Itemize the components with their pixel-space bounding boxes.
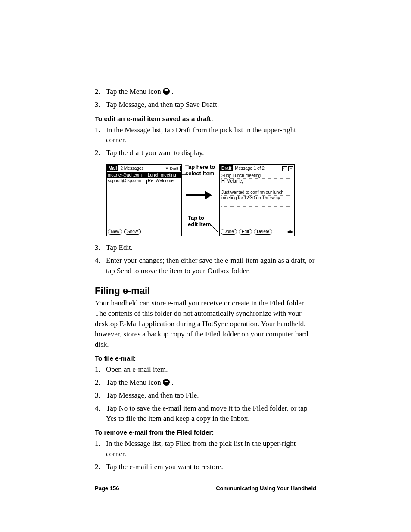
step-text: Tap the e-mail item you want to restore.: [106, 462, 316, 472]
step-number: 2.: [95, 148, 106, 158]
callout-line-icon: [209, 220, 218, 233]
section-paragraph: Your handheld can store e-mail you recei…: [95, 298, 316, 349]
menu-icon: ☰: [163, 379, 170, 386]
body-line: meeting for 12:30 on Thursday.: [221, 196, 292, 201]
draft-button-row: Done Edit Delete ◀▶: [220, 228, 294, 236]
step-item: 3. Tap Edit.: [95, 243, 316, 253]
mail-from: mcarter@aol.com: [107, 172, 147, 178]
step-text: Tap Message, and then tap File.: [106, 390, 316, 401]
mail-rows: mcarter@aol.com Lunch meeting support@is…: [107, 172, 181, 184]
edit-button[interactable]: Edit: [239, 229, 252, 235]
step-number: 1.: [95, 364, 106, 375]
step-item: 1. Open an e-mail item.: [95, 364, 316, 375]
section-heading-filing: Filing e-mail: [95, 285, 316, 296]
step-item: 2. Tap the draft you want to display.: [95, 148, 316, 158]
step-number: 3.: [95, 100, 106, 110]
message-position-text: Message 1 of 2: [233, 166, 282, 171]
step-text: Tap No to save the e-mail item and move …: [106, 403, 316, 424]
body-line: [221, 212, 292, 218]
step-item: 1. In the Message list, tap Draft from t…: [95, 125, 316, 146]
figure-row: Mail 2 Messages ▼ Draft mcarter@aol.com …: [106, 164, 316, 236]
mail-count-text: 2 Messages: [118, 166, 163, 171]
text-span: Tap the Menu icon: [106, 378, 163, 386]
mail-subject: Re: Welcome: [147, 178, 181, 184]
callout-select-item: Tap here to select item: [185, 164, 215, 177]
show-button[interactable]: Show: [124, 229, 141, 235]
step-text: Enter your changes; then either save the…: [106, 255, 316, 276]
message-body: Subj: Lunch meeting Hi Melanie, Just wan…: [220, 172, 294, 228]
delete-button[interactable]: Delete: [254, 229, 272, 235]
step-text: Tap Edit.: [106, 243, 316, 253]
title-icons: ▭≡: [282, 165, 294, 171]
text-span: .: [171, 87, 173, 96]
step-number: 3.: [95, 243, 106, 253]
callout-line-icon: [181, 173, 187, 176]
step-text: Tap the Menu icon ☰ .: [106, 377, 316, 388]
spacer: [107, 184, 181, 228]
document-page: 2. Tap the Menu icon ☰ . 3. Tap Message,…: [0, 0, 411, 532]
mail-from: support@isp.com: [107, 178, 147, 184]
step-number: 2.: [95, 87, 106, 97]
step-number: 4.: [95, 255, 106, 276]
mail-button-row: New Show: [107, 228, 181, 236]
svg-marker-2: [205, 191, 212, 199]
mail-subject: Lunch meeting: [147, 172, 181, 178]
arrow-right-icon: [186, 190, 212, 200]
step-text: In the Message list, tap Draft from the …: [106, 125, 316, 146]
step-item: 2. Tap the e-mail item you want to resto…: [95, 462, 316, 472]
body-line: Hi Melanie,: [221, 179, 292, 184]
step-text: Tap the Menu icon ☰ .: [106, 87, 316, 97]
body-line: [221, 184, 292, 190]
step-text: Tap the draft you want to display.: [106, 148, 316, 158]
step-item: 4. Enter your changes; then either save …: [95, 255, 316, 276]
step-item: 4. Tap No to save the e-mail item and mo…: [95, 403, 316, 424]
draft-title-bar: Draft Message 1 of 2 ▭≡: [220, 165, 294, 172]
folder-dropdown[interactable]: ▼ Draft: [163, 166, 181, 171]
subject-value: Lunch meeting: [233, 173, 261, 178]
mail-title-bar: Mail 2 Messages ▼ Draft: [107, 165, 181, 172]
window-icon[interactable]: ▭: [282, 166, 287, 171]
list-icon[interactable]: ≡: [288, 166, 293, 171]
step-item: 1. In the Message list, tap Filed from t…: [95, 439, 316, 459]
step-number: 2.: [95, 377, 106, 388]
mail-list-screenshot: Mail 2 Messages ▼ Draft mcarter@aol.com …: [106, 164, 182, 236]
mail-row[interactable]: support@isp.com Re: Welcome: [107, 178, 181, 184]
step-number: 3.: [95, 390, 106, 401]
mail-row[interactable]: mcarter@aol.com Lunch meeting: [107, 172, 181, 178]
step-item: 2. Tap the Menu icon ☰ .: [95, 87, 316, 97]
svg-line-3: [209, 224, 218, 232]
subject-line: Subj: Lunch meeting: [221, 173, 292, 179]
new-button[interactable]: New: [108, 229, 122, 235]
menu-icon: ☰: [163, 88, 170, 95]
step-number: 4.: [95, 403, 106, 424]
draft-app-label: Draft: [220, 165, 233, 171]
step-item: 2. Tap the Menu icon ☰ .: [95, 377, 316, 388]
body-line: [221, 201, 292, 207]
step-item: 3. Tap Message, and then tap File.: [95, 390, 316, 401]
text-span: Tap the Menu icon: [106, 87, 163, 96]
subheading-edit-draft: To edit an e-mail item saved as a draft:: [95, 115, 316, 122]
subheading-remove-filed: To remove e-mail from the Filed folder:: [95, 429, 316, 436]
page-footer: Page 156 Communicating Using Your Handhe…: [95, 482, 316, 492]
done-button[interactable]: Done: [221, 229, 237, 235]
mail-app-label: Mail: [107, 165, 118, 171]
subheading-file-email: To file e-mail:: [95, 355, 316, 362]
step-item: 3. Tap Message, and then tap Save Draft.: [95, 100, 316, 110]
step-text: In the Message list, tap Filed from the …: [106, 439, 316, 459]
subject-label: Subj:: [221, 173, 231, 178]
body-line: [221, 207, 292, 212]
chapter-title: Communicating Using Your Handheld: [216, 485, 316, 492]
draft-message-screenshot: Draft Message 1 of 2 ▭≡ Subj: Lunch meet…: [219, 164, 295, 236]
step-number: 1.: [95, 125, 106, 146]
page-number: Page 156: [95, 485, 119, 492]
step-text: Tap Message, and then tap Save Draft.: [106, 100, 316, 110]
nav-arrows-icon[interactable]: ◀▶: [287, 229, 293, 234]
step-number: 1.: [95, 439, 106, 459]
body-line: Just wanted to confirm our lunch: [221, 190, 292, 196]
step-number: 2.: [95, 462, 106, 472]
step-text: Open an e-mail item.: [106, 364, 316, 375]
text-span: .: [171, 378, 173, 386]
